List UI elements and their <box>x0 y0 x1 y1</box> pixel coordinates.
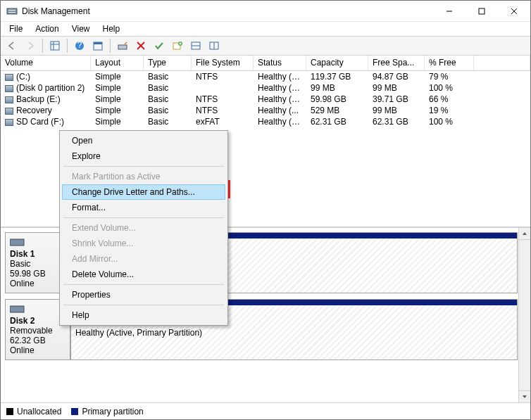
close-button[interactable] <box>498 1 530 22</box>
cell-freespace: 99 MB <box>368 83 425 93</box>
volume-icon <box>5 85 13 92</box>
ctx-help[interactable]: Help <box>62 307 225 323</box>
col-freespace[interactable]: Free Spa... <box>368 56 425 70</box>
cell-pctfree: 100 % <box>425 117 474 127</box>
cell-freespace: 62.31 GB <box>368 117 425 127</box>
ctx-separator <box>63 166 224 167</box>
ctx-shrink-volume: Shrink Volume... <box>62 236 225 251</box>
svg-rect-2 <box>8 12 15 13</box>
disk-kind: Removable <box>10 326 65 336</box>
partition-line3: Healthy (Active, Primary Partition) <box>75 328 513 338</box>
volume-row[interactable]: Backup (E:)SimpleBasicNTFSHealthy (B...5… <box>1 94 530 105</box>
col-extra[interactable] <box>474 56 530 70</box>
cell-freespace: 39.71 GB <box>368 94 425 104</box>
action-checkmark-button[interactable] <box>151 38 168 53</box>
cell-volume: SD Card (F:) <box>1 117 91 127</box>
svg-rect-26 <box>10 239 24 246</box>
toolbar-separator <box>42 39 43 53</box>
volume-icon <box>5 74 13 81</box>
cell-layout: Simple <box>91 117 144 127</box>
window-title: Disk Management <box>22 6 433 16</box>
col-pctfree[interactable]: % Free <box>425 56 474 70</box>
toolbar-separator <box>67 39 68 53</box>
col-type[interactable]: Type <box>144 56 192 70</box>
cell-capacity: 99 MB <box>306 83 368 93</box>
disk-size: 59.98 GB <box>10 269 65 279</box>
disk-state: Online <box>10 279 65 288</box>
cell-type: Basic <box>144 117 192 127</box>
cell-freespace: 99 MB <box>368 106 425 115</box>
cell-capacity: 62.31 GB <box>306 117 368 127</box>
back-button[interactable] <box>4 38 20 53</box>
forward-button[interactable] <box>22 38 39 53</box>
menu-help[interactable]: Help <box>97 23 126 35</box>
disk-management-icon <box>6 6 18 17</box>
svg-rect-27 <box>10 306 24 312</box>
ctx-add-mirror: Add Mirror... <box>62 251 225 267</box>
toolbar-calendar-icon[interactable] <box>89 38 106 53</box>
col-layout[interactable]: Layout <box>91 56 144 70</box>
maximize-button[interactable] <box>466 1 498 22</box>
scroll-up-button[interactable] <box>519 228 530 240</box>
toolbar-icon-b[interactable] <box>206 38 223 53</box>
cell-layout: Simple <box>91 83 144 93</box>
cell-filesystem: NTFS <box>192 106 254 115</box>
volume-row[interactable]: SD Card (F:)SimpleBasicexFATHealthy (A..… <box>1 116 530 127</box>
menu-view[interactable]: View <box>66 23 96 35</box>
toolbar-separator <box>110 39 111 53</box>
cell-freespace: 94.87 GB <box>368 72 425 82</box>
menu-action[interactable]: Action <box>30 23 64 35</box>
svg-rect-1 <box>8 10 15 11</box>
toolbar-icon-a[interactable] <box>187 38 204 53</box>
disk-size: 62.32 GB <box>10 336 65 345</box>
cell-status: Healthy (B... <box>254 72 306 82</box>
disk-icon <box>10 237 25 247</box>
add-button[interactable] <box>169 38 186 53</box>
cell-volume: (Disk 0 partition 2) <box>1 83 91 93</box>
context-menu: Open Explore Mark Partition as Active Ch… <box>59 130 228 326</box>
volume-icon <box>5 119 13 126</box>
cell-type: Basic <box>144 72 192 82</box>
col-capacity[interactable]: Capacity <box>306 56 368 70</box>
col-status[interactable]: Status <box>254 56 306 70</box>
cell-pctfree: 19 % <box>425 106 474 115</box>
ctx-delete-volume[interactable]: Delete Volume... <box>62 267 225 282</box>
col-filesystem[interactable]: File System <box>192 56 254 70</box>
ctx-open[interactable]: Open <box>62 133 225 148</box>
scroll-down-button[interactable] <box>519 390 530 402</box>
volume-row[interactable]: (Disk 0 partition 2)SimpleBasicHealthy (… <box>1 82 530 94</box>
col-volume[interactable]: Volume <box>1 56 91 70</box>
disk-name: Disk 1 <box>10 249 65 259</box>
list-body: (C:)SimpleBasicNTFSHealthy (B...119.37 G… <box>1 71 530 127</box>
cell-layout: Simple <box>91 106 144 115</box>
svg-rect-0 <box>7 8 17 14</box>
toolbar: ? <box>1 36 530 56</box>
ctx-separator <box>63 284 224 285</box>
cell-status: Healthy (E... <box>254 83 306 93</box>
disk-management-window: Disk Management File Action View Help ? … <box>0 0 531 420</box>
view-options-button[interactable] <box>46 38 63 53</box>
help-button[interactable]: ? <box>71 38 88 53</box>
vertical-scrollbar[interactable] <box>518 228 530 402</box>
menubar: File Action View Help <box>1 22 530 36</box>
minimize-button[interactable] <box>433 1 466 22</box>
cell-layout: Simple <box>91 94 144 104</box>
refresh-button[interactable] <box>114 38 131 53</box>
cell-type: Basic <box>144 83 192 93</box>
disk-name: Disk 2 <box>10 316 65 326</box>
cell-status: Healthy (... <box>254 106 306 115</box>
ctx-explore[interactable]: Explore <box>62 148 225 164</box>
ctx-format[interactable]: Format... <box>62 200 225 215</box>
ctx-properties[interactable]: Properties <box>62 287 225 303</box>
volume-icon <box>5 108 13 115</box>
svg-rect-4 <box>479 8 485 14</box>
cell-pctfree: 100 % <box>425 83 474 93</box>
ctx-change-drive-letter[interactable]: Change Drive Letter and Paths... <box>62 184 225 200</box>
volume-row[interactable]: (C:)SimpleBasicNTFSHealthy (B...119.37 G… <box>1 71 530 82</box>
delete-button[interactable] <box>132 38 149 53</box>
menu-file[interactable]: File <box>4 23 28 35</box>
cell-capacity: 529 MB <box>306 106 368 115</box>
cell-filesystem: NTFS <box>192 72 254 82</box>
volume-icon <box>5 96 13 103</box>
volume-row[interactable]: RecoverySimpleBasicNTFSHealthy (...529 M… <box>1 105 530 116</box>
